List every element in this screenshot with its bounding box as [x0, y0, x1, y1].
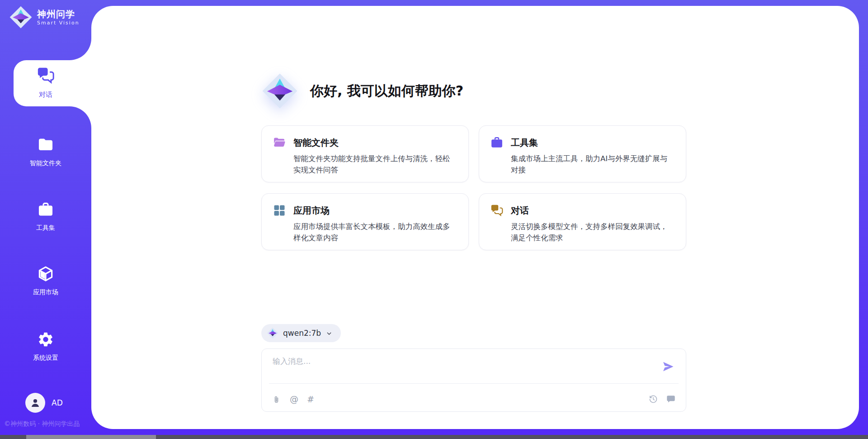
chat-icon — [36, 66, 55, 85]
card-description: 应用市场提供丰富长文本模板，助力高效生成多样化文章内容 — [293, 221, 458, 244]
sidebar-item-chat[interactable]: 对话 — [0, 66, 91, 99]
message-composer: @ # — [261, 348, 686, 412]
composer-divider — [269, 383, 679, 384]
card-app-market[interactable]: 应用市场 应用市场提供丰富长文本模板，助力高效生成多样化文章内容 — [261, 193, 469, 250]
card-title: 智能文件夹 — [293, 136, 458, 149]
brand-diamond-icon — [9, 5, 33, 29]
card-toolset[interactable]: 工具集 集成市场上主流工具，助力AI与外界无缝扩展与对接 — [479, 125, 686, 182]
conversation-button[interactable] — [666, 394, 676, 404]
card-description: 智能文件夹功能支持批量文件上传与清洗，轻松实现文件问答 — [293, 153, 458, 176]
app-name: 神州问学 — [37, 9, 80, 19]
sidebar: 神州问学 Smart Vision 对话 智能文件夹 工具集 应用市场 系统设置 — [0, 0, 91, 439]
sidebar-item-label: 应用市场 — [0, 288, 91, 296]
sidebar-item-system-settings[interactable]: 系统设置 — [0, 331, 91, 362]
sidebar-item-label: 系统设置 — [0, 354, 91, 362]
model-name: qwen2:7b — [283, 329, 321, 338]
sidebar-item-label: 智能文件夹 — [0, 159, 91, 167]
card-description: 集成市场上主流工具，助力AI与外界无缝扩展与对接 — [511, 153, 675, 176]
toolbox-icon — [490, 136, 504, 149]
user-profile[interactable]: AD — [25, 393, 63, 413]
card-title: 应用市场 — [293, 204, 458, 217]
card-title: 工具集 — [511, 136, 675, 149]
feature-cards: 智能文件夹 智能文件夹功能支持批量文件上传与清洗，轻松实现文件问答 工具集 集成… — [261, 125, 686, 250]
app-window: 神州问学 Smart Vision 对话 智能文件夹 工具集 应用市场 系统设置 — [0, 0, 868, 439]
message-input[interactable] — [272, 355, 635, 382]
folder-icon — [37, 136, 54, 153]
cube-icon — [37, 265, 54, 282]
send-button[interactable] — [661, 360, 675, 373]
chat-bubble-filled-icon — [666, 394, 676, 404]
history-button[interactable] — [648, 394, 658, 404]
mention-button[interactable]: @ — [290, 395, 298, 404]
app-tagline: Smart Vision — [37, 20, 80, 26]
bottom-edge-segment — [26, 435, 156, 439]
card-description: 灵活切换多模型文件，支持多样回复效果调试，满足个性化需求 — [511, 221, 675, 244]
brand-diamond-icon — [261, 72, 298, 110]
app-logo[interactable]: 神州问学 Smart Vision — [9, 5, 80, 29]
bottom-edge-strip — [0, 435, 868, 439]
send-icon — [661, 360, 675, 373]
sidebar-item-toolset[interactable]: 工具集 — [0, 201, 91, 232]
attach-file-button[interactable] — [272, 395, 281, 404]
composer-toolbar-right — [648, 394, 676, 404]
grid-icon — [273, 204, 286, 217]
history-icon — [648, 394, 658, 404]
greeting-title: 你好, 我可以如何帮助你? — [310, 82, 463, 100]
card-smart-folder[interactable]: 智能文件夹 智能文件夹功能支持批量文件上传与清洗，轻松实现文件问答 — [261, 125, 469, 182]
chat-icon — [490, 204, 504, 217]
avatar — [25, 393, 45, 413]
brand-diamond-icon — [267, 327, 278, 339]
gear-icon — [37, 331, 54, 348]
card-title: 对话 — [511, 204, 675, 217]
model-selector[interactable]: qwen2:7b — [261, 324, 341, 342]
person-icon — [29, 397, 41, 409]
sidebar-item-app-market[interactable]: 应用市场 — [0, 265, 91, 296]
toolbox-icon — [37, 201, 54, 218]
sidebar-item-smart-folder[interactable]: 智能文件夹 — [0, 136, 91, 167]
hashtag-button[interactable]: # — [307, 395, 314, 404]
user-initials: AD — [52, 398, 63, 407]
sidebar-footer-credit: ©神州数码 · 神州问学出品 — [4, 420, 80, 428]
folder-open-icon — [273, 136, 286, 149]
sidebar-item-label: 对话 — [0, 91, 91, 99]
composer-toolbar-left: @ # — [272, 395, 314, 404]
card-chat[interactable]: 对话 灵活切换多模型文件，支持多样回复效果调试，满足个性化需求 — [479, 193, 686, 250]
chevron-down-icon — [326, 330, 333, 337]
greeting-header: 你好, 我可以如何帮助你? — [261, 72, 463, 110]
sidebar-item-label: 工具集 — [0, 224, 91, 232]
paperclip-icon — [272, 395, 281, 404]
